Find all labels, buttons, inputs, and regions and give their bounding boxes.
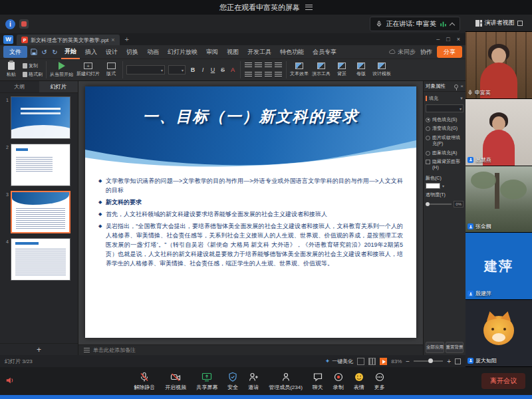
text-effect-button[interactable]: 文本效果 xyxy=(290,63,309,77)
collaborate-button[interactable]: 协作 xyxy=(420,48,432,57)
reset-background-button[interactable]: 重置背景 xyxy=(446,342,464,353)
participant-tile-5[interactable]: 厦大知阳 xyxy=(466,300,532,367)
zoom-in-icon[interactable]: + xyxy=(447,358,451,365)
line-spacing-icon[interactable] xyxy=(265,72,272,78)
tab-view[interactable]: 视图 xyxy=(223,46,242,59)
transparency-value[interactable]: 0% xyxy=(454,201,464,207)
slide-thumbnail-3-selected[interactable] xyxy=(11,191,70,233)
normal-view-icon[interactable] xyxy=(357,358,364,365)
share-button[interactable]: 分享 xyxy=(437,46,462,58)
tab-member[interactable]: 会员专享 xyxy=(309,46,340,59)
underline-button[interactable]: U xyxy=(209,65,217,74)
slides-tab[interactable]: 幻灯片 xyxy=(39,81,78,92)
banner-menu-icon[interactable] xyxy=(305,5,313,10)
fill-option-pattern[interactable]: 图案填充(A) xyxy=(424,148,466,158)
align-justify-icon[interactable] xyxy=(275,63,282,68)
indent-icon[interactable] xyxy=(275,72,282,78)
start-video-button[interactable]: 开启视频 xyxy=(165,372,186,391)
more-button[interactable]: 更多 xyxy=(374,372,385,391)
layout-button[interactable]: 版式 xyxy=(103,63,119,77)
meeting-info-icon[interactable]: i xyxy=(5,19,15,29)
audio-device-icon[interactable] xyxy=(5,376,15,388)
paste-button[interactable]: 粘贴 xyxy=(3,62,19,78)
tab-design[interactable]: 设计 xyxy=(102,46,121,59)
reactions-button[interactable]: 表情 xyxy=(354,372,364,391)
leave-meeting-button[interactable]: 离开会议 xyxy=(481,373,525,389)
fill-preset-select[interactable]: ▾ xyxy=(426,104,464,112)
slide-title[interactable]: 一、目标（一）新文科的要求 xyxy=(85,106,416,127)
sync-status[interactable]: 未同步 xyxy=(389,48,416,57)
redo-icon[interactable]: ↻ xyxy=(51,48,59,57)
new-tab-icon[interactable]: + xyxy=(123,35,131,43)
font-size-select[interactable]: ▾ xyxy=(168,65,186,74)
tab-review[interactable]: 审阅 xyxy=(203,46,221,59)
add-slide-button[interactable]: + xyxy=(0,343,78,355)
tab-slideshow[interactable]: 幻灯片放映 xyxy=(164,46,201,59)
participant-tile-3[interactable]: 张金阙 xyxy=(466,166,532,233)
beautify-button[interactable]: ✦ 一键美化 xyxy=(325,358,354,365)
zoom-out-icon[interactable]: − xyxy=(406,358,410,365)
tab-features[interactable]: 特色功能 xyxy=(277,46,307,59)
wps-logo-icon[interactable]: W xyxy=(3,35,13,44)
collapse-section-icon[interactable]: ▼ xyxy=(460,96,464,100)
bold-button[interactable]: B xyxy=(189,65,197,74)
security-button[interactable]: 安全 xyxy=(227,372,238,391)
present-tools-button[interactable]: 演示工具 xyxy=(312,63,331,77)
slide-thumbnail-4[interactable] xyxy=(11,238,70,281)
copy-button[interactable]: 复制 xyxy=(23,63,43,69)
slideshow-icon[interactable] xyxy=(380,358,387,365)
fill-option-solid[interactable]: 纯色填充(S) xyxy=(424,115,466,124)
master-button[interactable]: 母版 xyxy=(353,63,369,77)
slide-canvas[interactable]: 一、目标（一）新文科的要求 文学教学知识涵养的问题—>文学教学的目的与作用—>外… xyxy=(78,81,423,344)
font-color-button[interactable]: A xyxy=(229,65,237,74)
italic-button[interactable]: I xyxy=(199,65,207,74)
color-dropdown-icon[interactable]: ▾ xyxy=(442,184,444,188)
hide-background-checkbox[interactable]: 隐藏背景图形(H) xyxy=(424,158,466,173)
active-speaker-pill[interactable]: 正在讲话: 申富英 xyxy=(370,17,460,31)
maximize-icon[interactable]: □ xyxy=(446,36,450,43)
invite-button[interactable]: 邀请 xyxy=(248,372,259,391)
tab-developer[interactable]: 开发工具 xyxy=(244,46,275,59)
slide-3[interactable]: 一、目标（一）新文科的要求 文学教学知识涵养的问题—>文学教学的目的与作用—>外… xyxy=(85,86,416,338)
zoom-slider[interactable] xyxy=(414,360,443,362)
apply-all-button[interactable]: 全部应用 xyxy=(426,342,444,353)
number-list-icon[interactable] xyxy=(255,72,262,78)
fill-option-picture[interactable]: 图片或纹理填充(P) xyxy=(424,134,466,149)
slide-thumbnail-1[interactable] xyxy=(11,96,70,139)
notes-bar[interactable]: 单击此处添加备注 xyxy=(78,344,423,355)
participant-tile-4[interactable]: 建萍 殷建萍 xyxy=(466,233,532,300)
slide-sorter-icon[interactable] xyxy=(368,358,376,365)
share-screen-button[interactable]: 共享屏幕 xyxy=(196,372,217,391)
undo-icon[interactable]: ↺ xyxy=(40,48,49,57)
strikethrough-button[interactable]: S xyxy=(219,65,227,74)
tab-insert[interactable]: 插入 xyxy=(82,46,100,59)
tab-transition[interactable]: 切换 xyxy=(123,46,142,59)
participant-tile-1[interactable]: 申富英 xyxy=(466,32,532,99)
tab-home[interactable]: 开始 xyxy=(61,45,80,59)
bullet-list-icon[interactable] xyxy=(245,72,252,78)
speaker-view-button[interactable]: 演讲者视图 xyxy=(466,15,532,32)
fit-view-icon[interactable] xyxy=(455,358,461,364)
play-from-current-button[interactable]: 从当前开始 xyxy=(50,62,73,78)
participant-tile-2[interactable]: 丛慧燕 xyxy=(466,99,532,166)
align-center-icon[interactable] xyxy=(255,63,262,68)
align-left-icon[interactable] xyxy=(245,63,252,68)
close-window-icon[interactable]: × xyxy=(457,36,460,43)
color-swatch[interactable] xyxy=(426,183,440,189)
file-menu-button[interactable]: 文件 xyxy=(3,46,27,58)
chat-button[interactable]: 聊天 xyxy=(313,372,323,391)
record-button[interactable]: 录制 xyxy=(333,372,344,391)
unmute-button[interactable]: 解除静音 xyxy=(134,372,155,391)
outline-tab[interactable]: 大纲 xyxy=(0,81,39,92)
manage-members-button[interactable]: 管理成员(234) xyxy=(269,372,303,391)
design-template-button[interactable]: 设计模板 xyxy=(372,63,391,77)
fill-option-gradient[interactable]: 渐变填充(G) xyxy=(424,124,466,134)
close-panel-icon[interactable]: × xyxy=(460,83,464,89)
format-painter-button[interactable]: 格式刷 xyxy=(23,71,43,78)
close-tab-icon[interactable]: × xyxy=(111,37,114,43)
font-family-select[interactable]: ▾ xyxy=(126,65,165,74)
align-right-icon[interactable] xyxy=(265,63,272,68)
transparency-slider[interactable] xyxy=(426,203,452,205)
new-slide-button[interactable]: + 新建幻灯片 xyxy=(76,63,100,77)
record-indicator-icon[interactable] xyxy=(19,19,29,29)
